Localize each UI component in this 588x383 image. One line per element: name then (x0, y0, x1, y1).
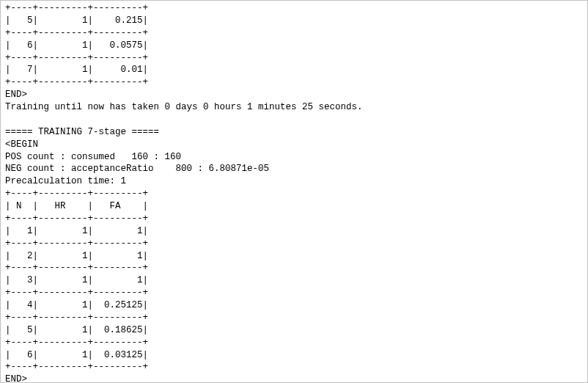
console-output[interactable]: +----+---------+---------+ | 5| 1| 0.215… (1, 1, 587, 382)
pos-count-line: POS count : consumed 160 : 160 (5, 152, 181, 162)
timing-line: Training until now has taken 0 days 0 ho… (5, 102, 363, 112)
separator: +----+---------+---------+ (5, 362, 148, 372)
end-marker: END> (5, 374, 27, 382)
separator: +----+---------+---------+ (5, 3, 148, 13)
separator: +----+---------+---------+ (5, 338, 148, 348)
stage-title: ===== TRAINING 7-stage ===== (5, 127, 159, 137)
begin-marker: <BEGIN (5, 139, 38, 150)
separator: +----+---------+---------+ (5, 288, 148, 298)
precalc-line: Precalculation time: 1 (5, 176, 126, 186)
table-row: | 3| 1| 1| (5, 275, 148, 285)
separator: +----+---------+---------+ (5, 214, 148, 224)
separator: +----+---------+---------+ (5, 53, 148, 63)
end-marker: END> (5, 90, 27, 100)
neg-count-line: NEG count : acceptanceRatio 800 : 6.8087… (5, 164, 269, 174)
separator: +----+---------+---------+ (5, 263, 148, 273)
table-row: | 5| 1| 0.18625| (5, 325, 148, 335)
separator: +----+---------+---------+ (5, 28, 148, 38)
table-row: | 2| 1| 1| (5, 251, 148, 261)
table-row: | 6| 1| 0.03125| (5, 350, 148, 360)
separator: +----+---------+---------+ (5, 313, 148, 323)
table-header: | N | HR | FA | (5, 201, 148, 211)
separator: +----+---------+---------+ (5, 189, 148, 199)
separator: +----+---------+---------+ (5, 238, 148, 249)
table-row: | 1| 1| 1| (5, 226, 148, 236)
table-row: | 6| 1| 0.0575| (5, 40, 148, 51)
table-row: | 7| 1| 0.01| (5, 65, 148, 75)
table-row: | 5| 1| 0.215| (5, 15, 148, 26)
table-row: | 4| 1| 0.25125| (5, 300, 148, 310)
separator: +----+---------+---------+ (5, 77, 148, 87)
